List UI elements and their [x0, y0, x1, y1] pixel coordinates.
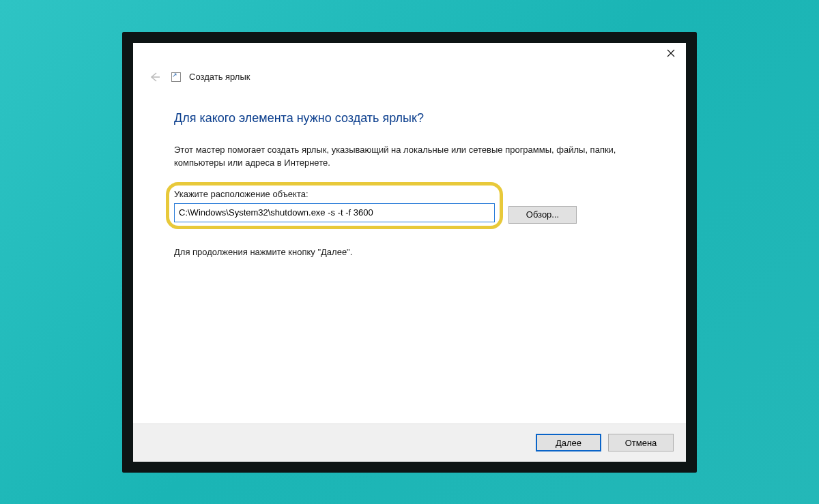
wizard-window: Создать ярлык Для какого элемента нужно …	[133, 43, 686, 462]
location-label: Укажите расположение объекта:	[174, 189, 495, 199]
main-heading: Для какого элемента нужно создать ярлык?	[174, 111, 652, 125]
continue-hint: Для продолжения нажмите кнопку "Далее".	[174, 247, 652, 257]
titlebar	[133, 43, 686, 69]
footer-bar: Далее Отмена	[133, 424, 686, 462]
close-button[interactable]	[655, 43, 686, 63]
wizard-title: Создать ярлык	[189, 72, 250, 82]
header-row: Создать ярлык	[133, 69, 686, 92]
next-button[interactable]: Далее	[536, 434, 601, 451]
cancel-button[interactable]: Отмена	[608, 434, 674, 451]
description-text: Этот мастер помогает создать ярлык, указ…	[174, 143, 638, 170]
outer-frame: Создать ярлык Для какого элемента нужно …	[122, 32, 697, 473]
back-arrow-icon	[148, 70, 162, 84]
browse-button[interactable]: Обзор...	[508, 206, 577, 224]
location-input[interactable]	[174, 203, 495, 222]
back-button[interactable]	[147, 69, 163, 85]
highlighted-field-group: Укажите расположение объекта:	[174, 189, 495, 222]
close-icon	[667, 49, 675, 57]
location-row	[174, 203, 495, 222]
content-area: Для какого элемента нужно создать ярлык?…	[133, 92, 686, 424]
shortcut-icon	[171, 72, 181, 82]
